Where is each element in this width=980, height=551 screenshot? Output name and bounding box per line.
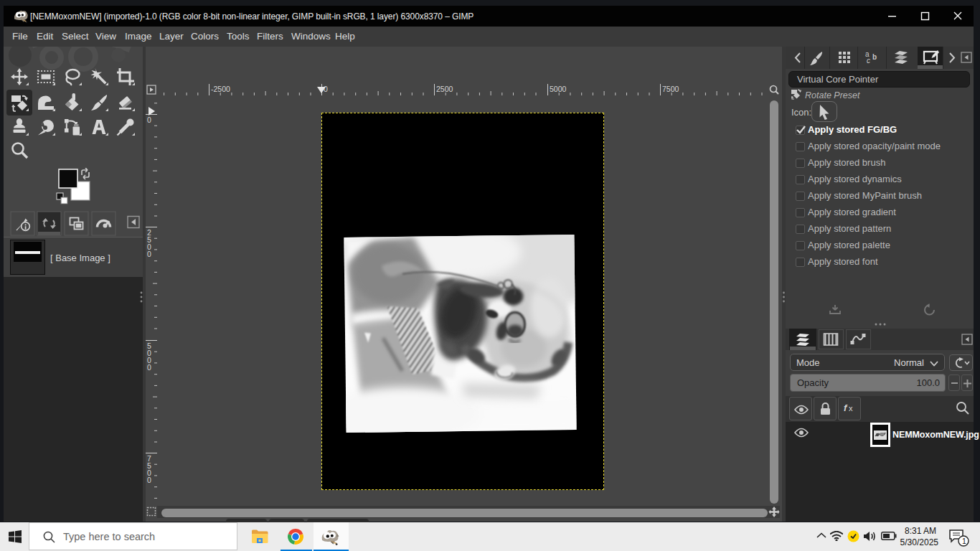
svg-text:0: 0	[147, 116, 151, 124]
svg-text:b: b	[872, 53, 877, 61]
svg-text:2500: 2500	[436, 85, 453, 93]
svg-text:5000: 5000	[550, 85, 567, 93]
svg-text:0: 0	[147, 476, 151, 484]
svg-text:c: c	[867, 57, 870, 65]
svg-text:0: 0	[147, 363, 151, 372]
svg-text:0: 0	[147, 250, 151, 258]
svg-text:7500: 7500	[662, 85, 679, 93]
svg-text:1: 1	[962, 537, 966, 545]
svg-text:-2500: -2500	[211, 85, 230, 93]
